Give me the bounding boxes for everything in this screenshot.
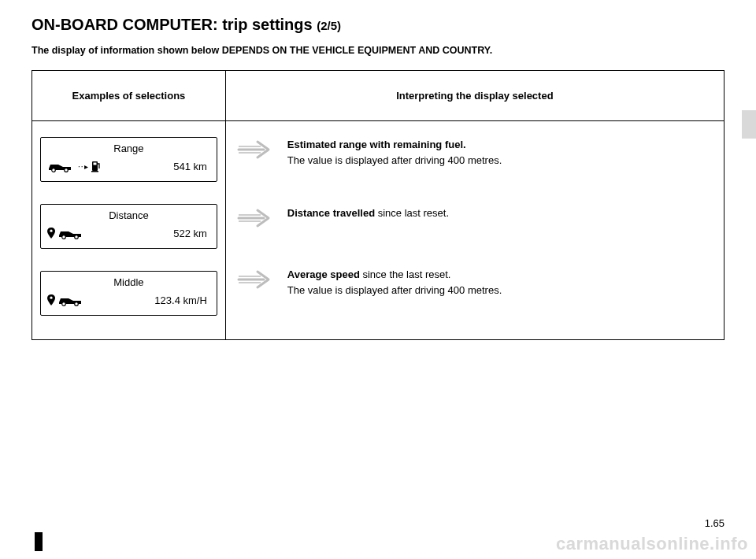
svg-point-7 [75,235,79,239]
selection-label: Range [47,143,210,154]
interp-bold: Distance travelled [287,207,375,219]
selection-label: Distance [47,209,210,221]
header-examples: Examples of selections [32,71,226,120]
svg-point-10 [75,302,79,306]
map-pin-icon [47,228,55,239]
title-suffix: (2/5) [317,19,341,32]
interp-text: Distance travelled since last reset. [287,205,449,221]
crop-mark [35,532,43,551]
pin-car-icon [47,293,86,307]
selection-value-row: ··▸ 541 km [47,159,210,173]
dots-icon: ··▸ [78,162,89,171]
table-body-row: Range ··▸ [32,121,724,339]
map-pin-icon [47,294,55,305]
examples-column: Range ··▸ [32,121,226,339]
interpretation-column: Estimated range with remaining fuel. The… [226,121,724,339]
svg-rect-3 [93,163,96,165]
interp-bold: Estimated range with remaining fuel. [287,139,466,150]
selection-value: 541 km [106,161,210,172]
table-header-row: Examples of selections Interpreting the … [32,71,724,121]
pin-car-icon [47,226,86,240]
interp-text: Estimated range with remaining fuel. The… [287,137,502,168]
selection-value-row: 522 km [47,226,210,240]
header-interpreting: Interpreting the display selected [226,71,724,120]
svg-point-1 [65,168,69,172]
settings-table: Examples of selections Interpreting the … [32,70,724,340]
selection-label: Middle [47,276,210,288]
side-tab [742,110,756,139]
selection-value: 123.4 km/H [91,294,210,306]
selection-box-distance: Distance 522 km [40,204,217,249]
arrow-right-icon [237,139,273,161]
interp-row-range: Estimated range with remaining fuel. The… [237,137,708,168]
car-icon [57,226,86,240]
interp-line2: The value is displayed after driving 400… [287,284,502,296]
interp-text: Average speed since the last reset. The … [287,267,502,298]
selection-value-row: 123.4 km/H [47,293,210,307]
arrow-right-icon [237,207,273,229]
svg-point-5 [50,230,52,232]
interp-bold: Average speed [287,268,360,280]
page-title: ON-BOARD COMPUTER: trip settings (2/5) [32,16,724,34]
interp-rest: since the last reset. [360,268,451,280]
watermark: carmanualsonline.info [556,534,748,554]
interp-line2: The value is displayed after driving 400… [287,154,502,166]
page-number: 1.65 [705,517,724,529]
dependency-note: The display of information shown below D… [32,45,724,56]
interp-row-middle: Average speed since the last reset. The … [237,267,708,298]
svg-point-0 [52,168,56,172]
selection-box-range: Range ··▸ [40,137,217,182]
selection-box-middle: Middle 123.4 km/H [40,271,217,316]
selection-value: 522 km [91,228,210,239]
svg-point-8 [50,297,52,299]
arrow-right-icon [237,268,273,291]
fuel-pump-icon [91,160,101,172]
interp-rest: since last reset. [375,207,449,219]
car-icon [47,159,76,173]
title-main: ON-BOARD COMPUTER: trip settings [32,16,313,33]
car-to-fuel-icon: ··▸ [47,159,101,173]
car-icon [57,293,86,307]
interp-row-distance: Distance travelled since last reset. [237,205,708,229]
svg-rect-4 [91,171,98,172]
svg-point-6 [62,235,66,239]
svg-point-9 [62,302,66,306]
